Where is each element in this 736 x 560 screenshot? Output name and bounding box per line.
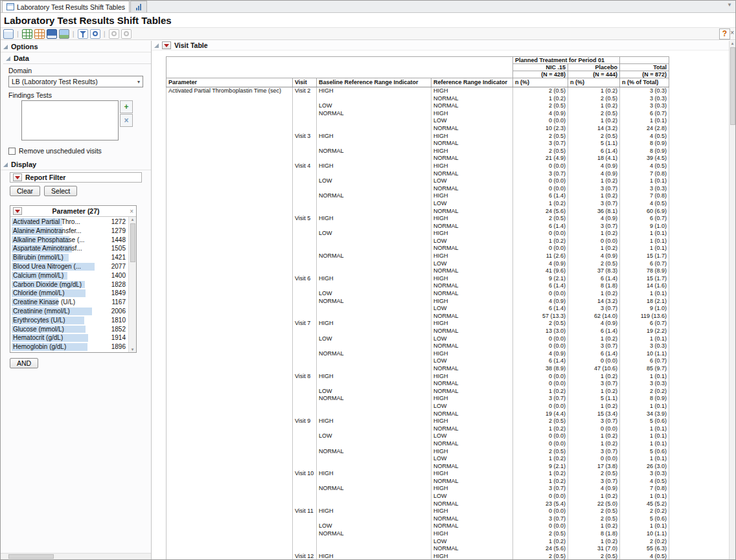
table-row[interactable]: LOWNORMAL2 (0.5)1 (0.2)3 (0.3): [167, 102, 669, 110]
parameter-filter-item[interactable]: Bilirubin (mmol/L)1421: [11, 253, 127, 262]
table-row[interactable]: NORMAL10 (2.3)14 (3.2)24 (2.8): [167, 125, 669, 133]
parameter-filter-item[interactable]: Aspartate Aminotransf...1505: [11, 244, 127, 253]
table-row[interactable]: LOW0 (0.0)1 (0.2)1 (0.1): [167, 493, 669, 500]
table-row[interactable]: Visit 4HIGHHIGH0 (0.0)4 (0.9)4 (0.5): [167, 162, 669, 170]
add-tests-button[interactable]: +: [120, 100, 133, 113]
table-row[interactable]: Visit 5HIGHHIGH2 (0.5)4 (0.9)6 (0.7): [167, 215, 669, 223]
table-row[interactable]: NORMAL6 (1.4)8 (1.8)14 (1.6): [167, 282, 669, 290]
table-row[interactable]: LOW1 (0.2)1 (0.2)2 (0.2): [167, 538, 669, 546]
new-report-icon[interactable]: [3, 29, 14, 39]
data-collapse-icon[interactable]: [6, 56, 10, 61]
save-script-icon[interactable]: [47, 29, 57, 39]
table-row[interactable]: NORMAL1 (0.2)0 (0.0)1 (0.1): [167, 425, 669, 433]
table-row[interactable]: NORMAL24 (5.6)31 (7.0)55 (6.3): [167, 545, 669, 553]
table-row[interactable]: LOWHIGH0 (0.0)1 (0.2)1 (0.1): [167, 230, 669, 238]
filter-scrollbar[interactable]: ▴ ▾: [128, 217, 136, 352]
table-row[interactable]: NORMAL38 (8.9)47 (10.6)85 (9.7): [167, 365, 669, 373]
table-row[interactable]: NORMAL0 (0.0)3 (0.7)3 (0.3): [167, 185, 669, 193]
table-row[interactable]: NORMAL1 (0.2)3 (0.7)4 (0.5): [167, 478, 669, 486]
table-row[interactable]: NORMALHIGH2 (0.5)8 (1.8)10 (1.1): [167, 530, 669, 538]
scroll-down-icon[interactable]: ▾: [132, 347, 134, 352]
table-row[interactable]: LOW1 (0.2)3 (0.7)4 (0.5): [167, 200, 669, 208]
and-button[interactable]: AND: [10, 358, 38, 368]
table-row[interactable]: Visit 8HIGHHIGH0 (0.0)1 (0.2)1 (0.1): [167, 373, 669, 381]
table-row[interactable]: Visit 6HIGHHIGH9 (2.1)6 (1.4)15 (1.7): [167, 275, 669, 283]
parameter-filter-item[interactable]: Erythrocytes (U/L)1810: [11, 316, 127, 325]
table-row[interactable]: LOW6 (1.4)0 (0.0)6 (0.7): [167, 357, 669, 365]
parameter-filter-item[interactable]: Alkaline Phosphatase (...1448: [11, 236, 127, 245]
table-row[interactable]: NORMALHIGH3 (0.7)5 (1.1)8 (0.9): [167, 395, 669, 403]
table-row[interactable]: NORMAL3 (0.7)5 (1.1)8 (0.9): [167, 140, 669, 148]
remove-unscheduled-checkbox[interactable]: [8, 148, 16, 155]
table-row[interactable]: Visit 11HIGHHIGH0 (0.0)2 (0.5)2 (0.2): [167, 508, 669, 515]
table-row[interactable]: NORMALHIGH2 (0.5)6 (1.4)8 (0.9): [167, 148, 669, 155]
visit-table-menu-icon[interactable]: [162, 41, 171, 49]
table-row[interactable]: NORMAL41 (9.6)37 (8.3)78 (8.9): [167, 267, 669, 275]
table-row[interactable]: LOW0 (0.0)1 (0.2)1 (0.1): [167, 403, 669, 410]
table-row[interactable]: NORMALHIGH4 (0.9)6 (1.4)10 (1.1): [167, 350, 669, 358]
table-row[interactable]: LOWLOW0 (0.0)1 (0.2)1 (0.1): [167, 177, 669, 185]
domain-dropdown[interactable]: LB (Laboratory Test Results) ▾: [8, 76, 143, 87]
parameter-filter-item[interactable]: Alanine Aminotransfer...1279: [11, 227, 127, 236]
table-row[interactable]: NORMAL13 (3.0)6 (1.4)19 (2.2): [167, 328, 669, 335]
table-row[interactable]: NORMAL3 (0.7)4 (0.9)7 (0.8): [167, 170, 669, 178]
scroll-up-icon[interactable]: ▴: [731, 41, 734, 46]
parameter-filter-item[interactable]: Glucose (mmol/L)1852: [11, 325, 127, 334]
table-row[interactable]: LOWNORMAL0 (0.0)1 (0.2)1 (0.1): [167, 290, 669, 298]
table-row[interactable]: NORMAL19 (4.4)15 (3.4)34 (3.9): [167, 410, 669, 418]
settings-icon[interactable]: [90, 29, 100, 39]
table-row[interactable]: NORMAL0 (0.0)1 (0.2)1 (0.1): [167, 245, 669, 252]
parameter-filter-item[interactable]: Hematocrit (g/dL)1914: [11, 333, 127, 342]
scrollbar-thumb[interactable]: [730, 47, 735, 125]
table-row[interactable]: LOWLOW0 (0.0)1 (0.2)1 (0.1): [167, 432, 669, 440]
table-row[interactable]: NORMAL57 (13.3)62 (14.0)119 (13.6): [167, 313, 669, 320]
table-row[interactable]: NORMAL0 (0.0)1 (0.2)1 (0.1): [167, 440, 669, 448]
parameter-filter-item[interactable]: Blood Urea Nitrogen (...2077: [11, 262, 127, 271]
table-row[interactable]: Visit 9HIGHHIGH2 (0.5)3 (0.7)5 (0.6): [167, 418, 669, 425]
table-row[interactable]: NORMALHIGH4 (0.9)14 (3.2)18 (2.1): [167, 298, 669, 306]
report-filter-menu-icon[interactable]: [13, 174, 22, 181]
parameter-filter-item[interactable]: Creatinine (mmol/L)2006: [11, 307, 127, 316]
table-row[interactable]: NORMALHIGH2 (0.5)3 (0.7)5 (0.6): [167, 448, 669, 456]
table-row[interactable]: LOW1 (0.2)0 (0.0)1 (0.1): [167, 455, 669, 463]
close-icon[interactable]: ×: [730, 29, 734, 36]
parameter-filter-item[interactable]: Hemoglobin (g/dL)1896: [11, 342, 127, 352]
table-row[interactable]: Visit 3HIGHHIGH2 (0.5)2 (0.5)4 (0.5): [167, 133, 669, 140]
parameter-filter-menu-icon[interactable]: [13, 207, 22, 215]
table-row[interactable]: Activated Partial Thromboplastin Time (s…: [167, 87, 669, 95]
table-row[interactable]: NORMAL0 (0.0)3 (0.7)3 (0.3): [167, 380, 669, 388]
findings-tests-listbox[interactable]: [21, 100, 119, 140]
display-collapse-icon[interactable]: [3, 162, 8, 167]
table-row[interactable]: Visit 12HIGHHIGH2 (0.5)2 (0.5)4 (0.5): [167, 553, 669, 559]
save-journal-icon[interactable]: [34, 29, 45, 39]
table-row[interactable]: NORMAL3 (0.7)2 (0.5)5 (0.6): [167, 515, 669, 523]
clear-tests-button[interactable]: ×: [120, 114, 133, 127]
table-row[interactable]: Visit 10HIGHHIGH1 (0.2)2 (0.5)3 (0.3): [167, 470, 669, 478]
help-button[interactable]: ?: [719, 28, 730, 39]
table-row[interactable]: LOW4 (0.9)2 (0.5)6 (0.7): [167, 260, 669, 268]
table-row[interactable]: LOWNORMAL1 (0.2)1 (0.2)2 (0.2): [167, 388, 669, 396]
table-row[interactable]: NORMAL21 (4.9)18 (4.1)39 (4.5): [167, 155, 669, 162]
table-row[interactable]: NORMALHIGH4 (0.9)2 (0.5)6 (0.7): [167, 110, 669, 118]
parameter-filter-item[interactable]: Chloride (mmol/L)1849: [11, 289, 127, 298]
parameter-filter-item[interactable]: Calcium (mmol/L)1400: [11, 271, 127, 280]
scroll-up-icon[interactable]: ▴: [132, 217, 134, 222]
table-row[interactable]: NORMAL23 (5.4)22 (5.0)45 (5.2): [167, 500, 669, 508]
table-row[interactable]: NORMAL9 (2.1)17 (3.8)26 (3.0): [167, 463, 669, 471]
tab-chart-report[interactable]: [130, 1, 147, 12]
options-collapse-icon[interactable]: [3, 45, 8, 49]
table-row[interactable]: NORMAL6 (1.4)3 (0.7)9 (1.0): [167, 223, 669, 230]
table-row[interactable]: NORMAL1 (0.2)2 (0.5)3 (0.3): [167, 95, 669, 103]
table-row[interactable]: NORMAL24 (5.6)36 (8.1)60 (6.9): [167, 208, 669, 216]
filter-close-icon[interactable]: ×: [130, 208, 133, 215]
table-row[interactable]: LOW6 (1.4)3 (0.7)9 (1.0): [167, 305, 669, 313]
scrollbar-thumb[interactable]: [8, 554, 54, 559]
visit-table-collapse-icon[interactable]: [154, 43, 159, 48]
table-row[interactable]: LOW0 (0.0)1 (0.2)1 (0.1): [167, 117, 669, 125]
table-row[interactable]: LOW1 (0.2)0 (0.0)1 (0.1): [167, 238, 669, 245]
parameter-filter-item[interactable]: Activated Partial Thro...1272: [11, 218, 127, 227]
vertical-scrollbar[interactable]: ▴: [729, 41, 735, 559]
data-filter-icon[interactable]: [78, 29, 88, 39]
pin-icon[interactable]: ▼: [727, 2, 732, 8]
parameter-filter-item[interactable]: Carbon Dioxide (mg/dL)1828: [11, 280, 127, 289]
